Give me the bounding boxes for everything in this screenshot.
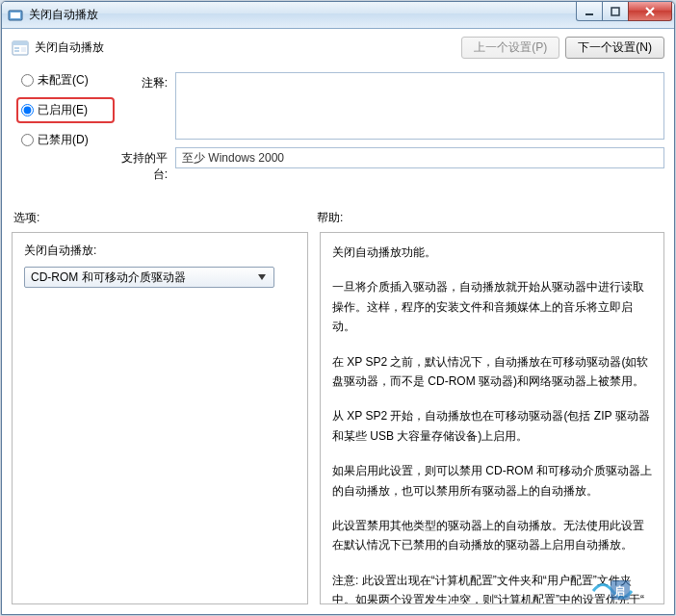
close-button[interactable] [628, 2, 672, 21]
radio-disabled-label: 已禁用(D) [38, 132, 89, 148]
comment-textarea[interactable] [175, 72, 664, 140]
options-section-label: 选项: [13, 210, 317, 226]
maximize-button[interactable] [602, 2, 629, 21]
radio-enabled-input[interactable] [21, 104, 34, 116]
turnoff-autoplay-dropdown[interactable]: CD-ROM 和可移动介质驱动器 [24, 267, 274, 288]
help-section-label: 帮助: [317, 210, 663, 226]
help-paragraph: 一旦将介质插入驱动器，自动播放就开始从驱动器中进行读取操作。这样，程序的安装文件… [332, 277, 652, 336]
help-paragraph: 如果启用此设置，则可以禁用 CD-ROM 和可移动介质驱动器上的自动播放，也可以… [332, 461, 652, 500]
radio-disabled[interactable]: 已禁用(D) [21, 132, 108, 148]
option-dropdown-label: 关闭自动播放: [24, 243, 296, 259]
svg-rect-7 [14, 50, 19, 52]
help-paragraph: 关闭自动播放功能。 [332, 243, 652, 262]
chevron-down-icon [254, 270, 270, 285]
page-icon [12, 39, 29, 57]
help-paragraph: 此设置禁用其他类型的驱动器上的自动播放。无法使用此设置在默认情况下已禁用的自动播… [332, 516, 652, 555]
svg-rect-1 [11, 13, 20, 18]
app-icon [8, 8, 23, 23]
radio-not-configured-input[interactable] [21, 74, 34, 87]
help-paragraph: 注意: 此设置出现在“计算机配置”文件夹和“用户配置”文件夹中。如果两个设置发生… [332, 571, 652, 604]
platform-label: 支持的平台: [108, 147, 175, 183]
next-setting-button[interactable]: 下一个设置(N) [565, 37, 664, 59]
titlebar: 关闭自动播放 [2, 2, 674, 29]
comment-label: 注释: [108, 72, 175, 91]
minimize-button[interactable] [576, 2, 603, 21]
radio-enabled-label: 已启用(E) [38, 102, 88, 118]
options-panel: 关闭自动播放: CD-ROM 和可移动介质驱动器 [12, 232, 308, 604]
svg-rect-5 [13, 41, 28, 45]
page-title: 关闭自动播放 [35, 39, 455, 56]
platform-value: 至少 Windows 2000 [175, 147, 664, 168]
help-paragraph: 从 XP SP2 开始，自动播放也在可移动驱动器(包括 ZIP 驱动器和某些 U… [332, 406, 652, 446]
help-paragraph: 在 XP SP2 之前，默认情况下，自动播放在可移动驱动器(如软盘驱动器，而不是… [332, 352, 652, 392]
dropdown-selected-value: CD-ROM 和可移动介质驱动器 [31, 270, 186, 286]
window-title: 关闭自动播放 [29, 7, 577, 23]
radio-disabled-input[interactable] [21, 134, 34, 146]
svg-rect-8 [21, 47, 26, 52]
svg-rect-2 [585, 13, 593, 15]
svg-rect-6 [14, 47, 19, 49]
radio-not-configured-label: 未配置(C) [38, 72, 89, 89]
previous-setting-button[interactable]: 上一个设置(P) [461, 37, 559, 59]
svg-rect-3 [611, 8, 619, 15]
radio-enabled[interactable]: 已启用(E) [16, 97, 115, 123]
help-panel: 关闭自动播放功能。 一旦将介质插入驱动器，自动播放就开始从驱动器中进行读取操作。… [320, 232, 664, 604]
radio-not-configured[interactable]: 未配置(C) [21, 72, 108, 89]
